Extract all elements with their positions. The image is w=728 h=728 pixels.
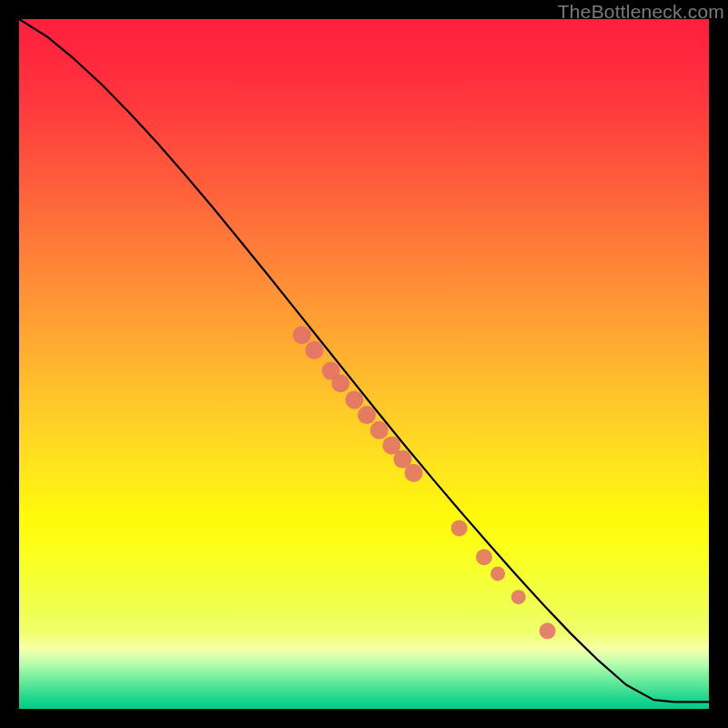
marker-point [293,326,311,344]
marker-point [358,406,376,424]
marker-point [331,374,349,392]
chart-overlay [19,19,709,709]
marker-point [476,549,492,565]
marker-point [305,341,323,359]
chart-stage: TheBottleneck.com [0,0,728,728]
curve-line [19,19,709,702]
marker-point [345,390,363,409]
plot-area [19,19,709,709]
marker-point [405,464,423,482]
marker-point [370,421,389,440]
marker-point [511,590,526,604]
markers-group [293,326,556,639]
marker-point [490,566,505,581]
marker-point [451,520,468,536]
marker-point [540,622,556,639]
